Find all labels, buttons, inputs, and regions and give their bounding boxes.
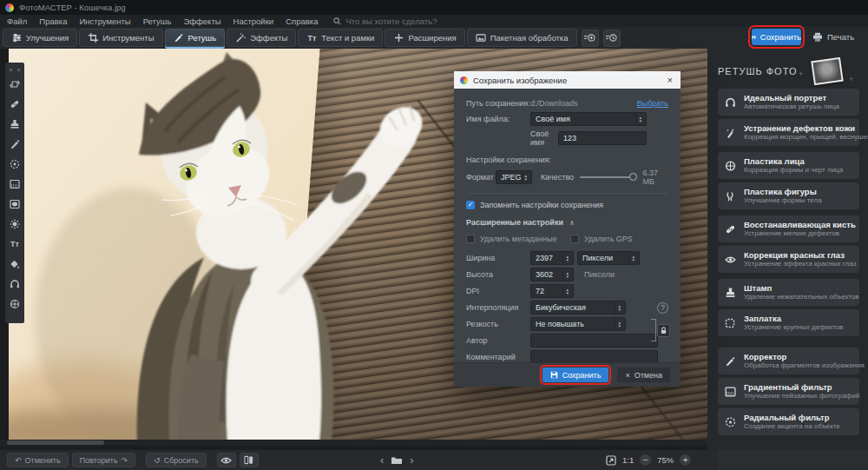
interpolation-select[interactable]: Бикубическая ▴▾ — [530, 301, 626, 314]
gradient-filter-icon[interactable] — [8, 174, 22, 194]
format-select[interactable]: JPEG ▴▾ — [496, 170, 532, 184]
height-input[interactable]: 3602 ▴▾ — [530, 268, 574, 281]
sidebar-item-healing-brush[interactable]: Восстанавливающая кисть Устранение мелки… — [718, 215, 859, 242]
custom-name-input[interactable] — [558, 131, 647, 145]
dpi-input[interactable]: 72 ▴▾ — [530, 284, 574, 298]
tab-enhancements[interactable]: Улучшения — [3, 29, 77, 47]
spinner-icon[interactable]: ▴▾ — [522, 171, 528, 183]
remove-gps-label: Удалить GPS — [584, 235, 633, 243]
brightness-tool-icon[interactable] — [8, 214, 22, 234]
width-input[interactable]: 2397 ▴▾ — [530, 251, 574, 265]
collapse-chevron-icon[interactable]: ∧ — [569, 219, 575, 227]
sidebar-item-patch[interactable]: Заплатка Устранение крупных дефектов — [718, 309, 859, 336]
spinner-icon[interactable]: ▴▾ — [615, 318, 621, 330]
compare-before-after-button[interactable] — [240, 453, 259, 467]
tab-extensions[interactable]: Расширения — [385, 29, 464, 47]
tab-text-frames[interactable]: Tт Текст и рамки — [298, 29, 383, 47]
search-icon — [333, 17, 341, 25]
sidebar-item-ideal-portrait[interactable]: Идеальный портрет Автоматическая ретушь … — [718, 89, 859, 116]
spinner-icon[interactable]: ▴▾ — [615, 301, 621, 314]
speed-plus-icon — [584, 33, 595, 43]
sidebar-item-face-plastic[interactable]: Пластика лица Коррекция формы и черт лиц… — [718, 152, 859, 179]
menu-effects[interactable]: Эффекты — [183, 17, 220, 26]
remove-gps-checkbox[interactable] — [570, 235, 579, 243]
menu-retouch[interactable]: Ретушь — [143, 17, 172, 26]
menu-settings[interactable]: Настройки — [233, 17, 274, 26]
fill-tool-icon[interactable] — [8, 254, 22, 274]
menu-tools[interactable]: Инструменты — [79, 17, 130, 26]
prev-photo-icon[interactable]: ‹ — [380, 453, 384, 467]
tab-retouch[interactable]: Ретушь — [165, 29, 226, 47]
filename-select[interactable]: Своё имя ▴▾ — [530, 112, 647, 126]
face-plastic-tool-icon[interactable] — [8, 294, 22, 314]
corrector-brush-icon[interactable] — [8, 134, 22, 154]
menu-help[interactable]: Справка — [286, 17, 318, 26]
save-floppy-icon — [550, 371, 558, 379]
next-photo-icon[interactable]: › — [410, 453, 413, 467]
dialog-titlebar: Сохранить изображение × — [454, 71, 681, 89]
sidebar-item-corrector[interactable]: Корректор Обработка фрагментов изображен… — [718, 348, 859, 374]
save-button[interactable]: Сохранить — [752, 29, 801, 45]
panel-close-icon[interactable]: × — [10, 67, 13, 73]
crop-icon — [88, 33, 98, 43]
tab-tools[interactable]: Инструменты — [79, 29, 162, 47]
spinner-icon[interactable]: ▴▾ — [562, 252, 569, 264]
sidebar-item-red-eye[interactable]: Коррекция красных глаз Устранение эффект… — [718, 246, 859, 273]
portrait-tool-icon[interactable] — [8, 274, 22, 294]
remove-metadata-checkbox[interactable] — [466, 235, 475, 243]
actual-size-button[interactable]: 1:1 — [622, 455, 634, 465]
dialog-close-icon[interactable]: × — [666, 75, 674, 85]
spinner-icon[interactable]: ▴▾ — [562, 285, 569, 297]
menu-file[interactable]: Файл — [7, 17, 27, 26]
sidebar-item-skin-defects[interactable]: Устранение дефектов кожи Коррекция морщи… — [718, 119, 859, 146]
reset-button[interactable]: ↺ Сбросить — [146, 453, 207, 467]
healing-brush-icon[interactable] — [8, 94, 22, 114]
advanced-settings-label[interactable]: Расширенные настройки — [466, 218, 563, 227]
help-icon[interactable]: ? — [657, 302, 668, 314]
author-input[interactable] — [530, 334, 658, 348]
remember-settings-checkbox[interactable]: ✓ — [466, 201, 475, 209]
sharpness-select[interactable]: Не повышать ▴▾ — [530, 317, 626, 331]
zoom-out-icon[interactable]: − — [640, 454, 651, 466]
bottom-bar: ↶ Отменить Повторить ↷ ↺ Сбросить ‹ › 1:… — [0, 450, 868, 470]
quick-history-button[interactable] — [603, 30, 621, 47]
sidebar-item-figure-plastic[interactable]: Пластика фигуры Улучшение формы тела — [718, 182, 859, 209]
panel-collapse-icon[interactable]: « — [17, 67, 21, 73]
sidebar-item-stamp[interactable]: Штамп Удаление нежелательных объектов — [718, 279, 859, 306]
undo-button[interactable]: ↶ Отменить — [7, 453, 69, 467]
choose-path-link[interactable]: Выбрать — [637, 99, 668, 108]
quality-slider[interactable] — [580, 173, 636, 182]
dialog-save-button[interactable]: Сохранить — [542, 367, 609, 382]
quality-slider-knob[interactable] — [629, 173, 637, 181]
vignette-tool-icon[interactable] — [8, 194, 22, 214]
width-units-select[interactable]: Пиксели ▴▾ — [577, 251, 640, 265]
folder-icon[interactable] — [391, 455, 403, 465]
lock-aspect-button[interactable] — [657, 324, 670, 337]
transform-tool-icon[interactable] — [8, 74, 22, 94]
dialog-cancel-button[interactable]: × Отмена — [617, 367, 670, 382]
tab-effects[interactable]: Эффекты — [227, 29, 296, 47]
menu-edit[interactable]: Правка — [39, 17, 67, 26]
spinner-icon[interactable]: ▴▾ — [562, 268, 569, 281]
horizontal-scrollbar-handle[interactable] — [7, 440, 104, 445]
spinner-icon[interactable]: ▴▾ — [628, 252, 635, 264]
horizontal-scrollbar — [0, 440, 707, 446]
print-button[interactable]: Печать — [812, 29, 854, 45]
fit-screen-icon[interactable] — [606, 455, 616, 466]
sidebar-item-radial-filter[interactable]: Радиальный фильтр Создание акцента на об… — [718, 408, 859, 435]
radial-filter-icon[interactable] — [8, 154, 22, 174]
zoom-in-icon[interactable]: + — [680, 454, 691, 466]
zoom-level-value[interactable]: 75% — [657, 455, 674, 465]
redo-button[interactable]: Повторить ↷ — [72, 453, 135, 467]
spinner-icon[interactable]: ▴▾ — [635, 113, 641, 125]
portrait-icon — [725, 96, 738, 108]
show-original-button[interactable] — [217, 453, 236, 467]
width-label: Ширина — [466, 254, 530, 262]
search-input[interactable] — [345, 17, 467, 26]
text-tool-icon[interactable]: Tт — [8, 234, 22, 254]
corrector-pen-icon — [725, 356, 738, 367]
tab-batch-processing[interactable]: Пакетная обработка — [467, 29, 577, 47]
quick-enhance-button[interactable] — [582, 30, 599, 47]
sidebar-item-gradient-filter[interactable]: Градиентный фильтр Улучшение пейзажных ф… — [718, 378, 859, 405]
stamp-tool-icon[interactable] — [8, 114, 22, 134]
